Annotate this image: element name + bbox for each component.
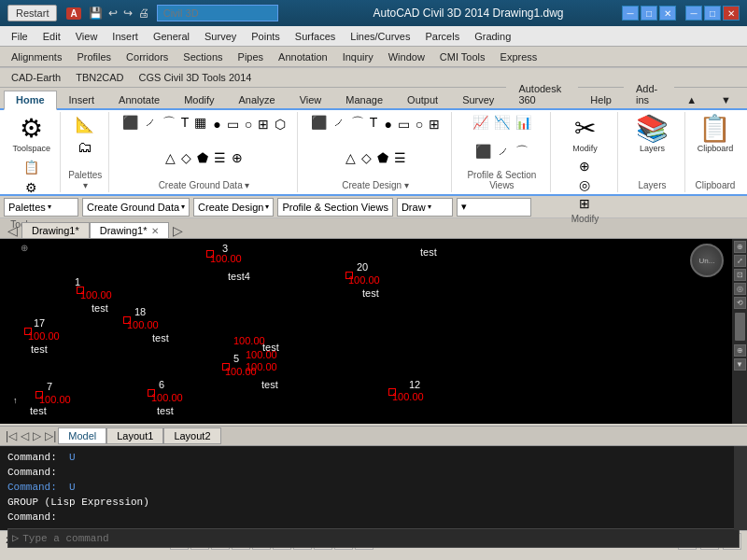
construct5-icon[interactable]: ⊕ (230, 149, 245, 166)
arc-icon[interactable]: ⌒ (161, 114, 177, 133)
undo-icon[interactable]: ↩ (106, 7, 120, 20)
doc-tab-1[interactable]: Drawing1* (21, 222, 90, 238)
nav-btn-6[interactable]: ⊕ (734, 344, 746, 357)
menu-survey[interactable]: Survey (197, 29, 244, 44)
menu-cad-earth[interactable]: CAD-Earth (4, 70, 68, 85)
secondary-close-button[interactable]: ✕ (659, 6, 676, 21)
menu-corridors[interactable]: Corridors (119, 49, 176, 64)
modify-button[interactable]: ✂ Modify (566, 114, 603, 155)
construct2-icon[interactable]: ◇ (179, 149, 193, 166)
restart-button[interactable]: Restart (7, 5, 57, 21)
layout-tab-layout1[interactable]: Layout1 (106, 427, 163, 444)
point2-icon[interactable]: ● (211, 116, 222, 133)
menu-view[interactable]: View (68, 29, 106, 44)
menu-general[interactable]: General (146, 29, 197, 44)
profile1-icon[interactable]: 📈 (471, 114, 490, 131)
text-icon[interactable]: T (179, 114, 191, 133)
nav-btn-5[interactable]: ⟲ (734, 297, 746, 309)
design8-icon[interactable]: ⊞ (427, 116, 442, 133)
tab-help[interactable]: Help (578, 91, 624, 108)
save-icon[interactable]: 💾 (87, 7, 105, 20)
tab-modify[interactable]: Modify (172, 91, 226, 108)
menu-edit[interactable]: Edit (35, 29, 68, 44)
nav-btn-3[interactable]: ⊡ (734, 269, 746, 281)
menu-window[interactable]: Window (381, 49, 432, 64)
menu-annotation[interactable]: Annotation (271, 49, 335, 64)
menu-pipes[interactable]: Pipes (231, 49, 272, 64)
profile3-icon[interactable]: 📊 (514, 114, 533, 131)
tab-home[interactable]: Home (4, 91, 57, 110)
layout-nav-next[interactable]: ▷ (31, 429, 43, 442)
prospector-button[interactable]: 📋 (21, 158, 41, 176)
extra-dropdown[interactable]: ▾ (457, 198, 531, 217)
point-icon[interactable]: ⬛ (120, 114, 140, 133)
doc-tab-nav-left[interactable]: ◁ (4, 223, 21, 238)
line-icon[interactable]: ⟋ (142, 114, 159, 133)
palette1-button[interactable]: 📐 (66, 114, 104, 135)
mod2-icon[interactable]: ◎ (577, 176, 592, 193)
doc-tab-2-close[interactable]: ✕ (151, 226, 159, 236)
layers-button[interactable]: 📚 Layers (633, 114, 670, 155)
menu-points[interactable]: Points (244, 29, 288, 44)
menu-profiles[interactable]: Profiles (69, 49, 119, 64)
mod1-icon[interactable]: ⊕ (577, 158, 592, 175)
nav-compass[interactable]: Un... (690, 244, 724, 277)
mod3-icon[interactable]: ⊞ (577, 195, 592, 212)
design4-icon[interactable]: T (368, 114, 380, 133)
menu-express[interactable]: Express (493, 49, 545, 64)
nav-btn-4[interactable]: ◎ (734, 283, 746, 295)
tab-autodesk-360[interactable]: Autodesk 360 (506, 79, 578, 108)
tab-insert[interactable]: Insert (57, 91, 107, 108)
hatch-icon[interactable]: ▦ (192, 114, 208, 133)
nav-btn-7[interactable]: ▼ (734, 358, 746, 371)
design10-icon[interactable]: ◇ (359, 149, 374, 166)
create-ground-dropdown[interactable]: Create Ground Data ▾ (82, 198, 190, 217)
drawing-canvas[interactable]: ⊕ test 100.00 3 20 100.00 test test4 1 1… (0, 239, 747, 424)
circle-icon[interactable]: ○ (243, 116, 254, 133)
menu-insert[interactable]: Insert (105, 29, 146, 44)
menu-lines-curves[interactable]: Lines/Curves (343, 29, 417, 44)
nav-btn-2[interactable]: ⤢ (734, 255, 746, 267)
profile4-icon[interactable]: ⬛ (473, 143, 493, 161)
draw-dropdown[interactable]: Draw ▾ (397, 198, 453, 217)
settings-button[interactable]: ⚙ (21, 178, 41, 197)
menu-sections[interactable]: Sections (176, 49, 230, 64)
create-design-dropdown[interactable]: Create Design ▾ (193, 198, 274, 217)
tab-annotate[interactable]: Annotate (106, 91, 172, 108)
clipboard-button[interactable]: 📋 Clipboard (696, 114, 736, 155)
tab-manage[interactable]: Manage (333, 91, 395, 108)
menu-surfaces[interactable]: Surfaces (288, 29, 343, 44)
table-icon[interactable]: ⊞ (256, 116, 271, 133)
layout-nav-last[interactable]: ▷| (43, 429, 58, 442)
nav-btn-1[interactable]: ⊕ (734, 241, 746, 253)
profile2-icon[interactable]: 📉 (492, 114, 512, 131)
menu-inquiry[interactable]: Inquiry (335, 49, 381, 64)
design7-icon[interactable]: ○ (414, 116, 425, 133)
restore-button[interactable]: □ (704, 6, 721, 21)
tab-addins[interactable]: Add-ins (624, 79, 674, 108)
minimize-button[interactable]: ─ (685, 6, 702, 21)
print-icon[interactable]: 🖨 (136, 7, 151, 20)
layout-nav-prev[interactable]: ◁ (19, 429, 31, 442)
construct3-icon[interactable]: ⬟ (195, 149, 210, 166)
search-input[interactable] (157, 5, 278, 21)
command-scrollbar[interactable] (734, 446, 747, 530)
palette2-button[interactable]: 🗂 (66, 137, 104, 158)
profile6-icon[interactable]: ⌒ (514, 143, 530, 161)
profile5-icon[interactable]: ⟋ (495, 143, 512, 161)
tab-output[interactable]: Output (395, 91, 450, 108)
tab-collapse-down[interactable]: ▼ (709, 91, 743, 108)
design3-icon[interactable]: ⌒ (349, 114, 366, 133)
tab-view[interactable]: View (288, 91, 334, 108)
construct1-icon[interactable]: △ (163, 149, 177, 166)
menu-parcels[interactable]: Parcels (417, 29, 467, 44)
layout-nav-first[interactable]: |◁ (4, 429, 19, 442)
redo-icon[interactable]: ↪ (121, 7, 134, 20)
tab-collapse-up[interactable]: ▲ (674, 91, 709, 108)
palettes-dropdown[interactable]: Palettes ▾ (4, 198, 78, 217)
secondary-minimize-button[interactable]: ─ (622, 6, 639, 21)
design12-icon[interactable]: ☰ (392, 149, 408, 166)
menu-cgs-tools[interactable]: CGS Civil 3D Tools 2014 (132, 70, 260, 85)
design11-icon[interactable]: ⬟ (375, 149, 390, 166)
command-input[interactable] (22, 533, 735, 544)
